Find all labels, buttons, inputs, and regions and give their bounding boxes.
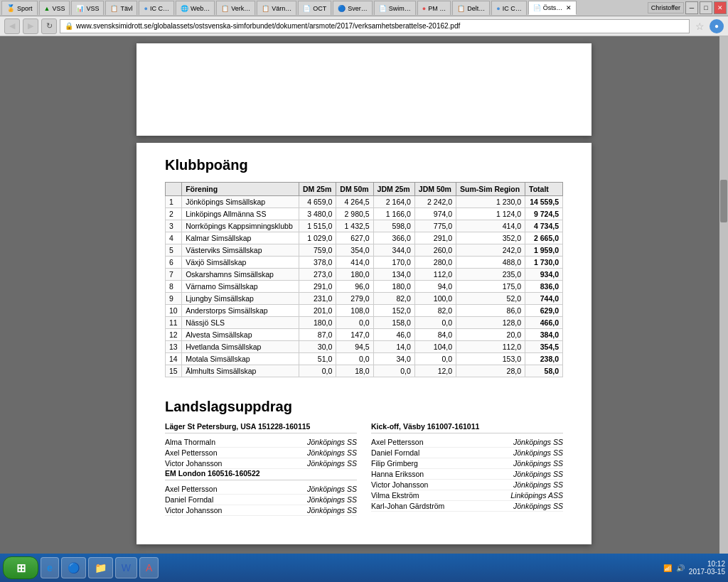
cell-jdm25: 152,0 [373,305,414,317]
list-item: Alma ThormalnJönköpings SS [165,437,357,448]
person-name: Axel Pettersson [371,438,513,446]
table-row: 13 Hvetlanda Simsällskap 30,0 94,5 14,0 … [166,341,563,353]
list-item: Axel PetterssonJönköpings SS [165,484,357,495]
cell-name: Hvetlanda Simsällskap [182,341,299,353]
cell-dm50: 279,0 [336,293,373,305]
cell-dm25: 201,0 [299,305,336,317]
cell-name: Älmhults Simsällskap [182,365,299,377]
tab-sport[interactable]: 🏅 Sport [1,1,38,15]
cell-dm50: 627,0 [336,232,373,244]
table-row: 6 Växjö Simsällskap 378,0 414,0 170,0 28… [166,257,563,269]
user-profile[interactable]: Christoffer [648,2,684,14]
pdf-viewer[interactable]: Klubbpoäng Förening DM 25m DM 50m JDM 25… [0,36,728,554]
tab-oct[interactable]: 📄 OCT [298,1,331,15]
taskbar-chrome[interactable]: 🔵 [61,557,86,578]
landslag-section-header: Kick-off, Väsby 161007-161011 [371,422,563,433]
tab-sver[interactable]: 🔵 Sver… [333,1,373,15]
list-item: Vilma EkströmLinköpings ASS [371,490,563,501]
cell-sumsim: 1 230,0 [456,196,525,208]
browser-tabs: 🏅 Sport ▲ VSS 📊 VSS 📋 Tävl ● IC C… 🌐 Web… [0,0,728,16]
cell-total: 354,5 [525,341,563,353]
tab-ic-cu[interactable]: ● IC C… [139,1,173,15]
tab-web[interactable]: 🌐 Web… [176,1,215,15]
forward-button[interactable]: ▶ [23,18,38,34]
taskbar-acrobat[interactable]: A [139,557,159,578]
cell-dm50: 18,0 [336,365,373,377]
back-button[interactable]: ◀ [4,18,20,34]
cell-dm25: 3 480,0 [299,208,336,220]
volume-icon: 🔊 [676,564,685,572]
club-name: Jönköpings SS [307,485,357,493]
cell-rank: 4 [166,232,182,244]
refresh-button[interactable]: ↻ [41,18,57,34]
landslag-title: Landslagsuppdrag [165,399,563,415]
taskbar-word[interactable]: W [115,557,137,578]
cell-sumsim: 20,0 [456,329,525,341]
tab-verk[interactable]: 📋 Verk… [216,1,255,15]
cell-rank: 9 [166,293,182,305]
tab-vss2[interactable]: 📊 VSS [71,1,104,15]
person-name: Karl-Johan Gärdström [371,502,513,510]
table-row: 4 Kalmar Simsällskap 1 029,0 627,0 366,0… [166,232,563,244]
cell-total: 58,0 [525,365,563,377]
start-button[interactable]: ⊞ [3,556,38,579]
person-name: Victor Johansson [165,459,307,468]
col-sumsim: Sum-Sim Region [456,183,525,196]
taskbar-ie[interactable]: e [41,557,59,578]
club-name: Linköpings ASS [510,491,563,500]
club-name: Jönköpings SS [513,448,563,457]
list-item: Victor JohanssonJönköpings SS [371,480,563,490]
club-name: Jönköpings SS [513,470,563,478]
cell-rank: 7 [166,269,182,281]
tab-osts[interactable]: 📄 Östs… ✕ [528,1,577,15]
cell-rank: 15 [166,365,182,377]
extension-icon[interactable]: ● [710,19,724,33]
pdf-page-content: Klubbpoäng Förening DM 25m DM 50m JDM 25… [136,143,592,544]
cell-total: 238,0 [525,353,563,365]
cell-dm25: 0,0 [299,365,336,377]
system-tray: 📶 🔊 10:12 2017-03-15 [663,560,725,576]
cell-jdm50: 775,0 [414,220,456,232]
cell-dm50: 108,0 [336,305,373,317]
tab-ic-c2[interactable]: ● IC C… [491,1,526,15]
maximize-button[interactable]: □ [700,1,712,14]
address-bar: ◀ ▶ ↻ 🔒 www.svensksimidrott.se/globalass… [0,16,728,36]
cell-jdm25: 14,0 [373,341,414,353]
cell-rank: 1 [166,196,182,208]
cell-total: 9 724,5 [525,208,563,220]
klubbpoang-table: Förening DM 25m DM 50m JDM 25m JDM 50m S… [165,182,563,377]
cell-jdm50: 260,0 [414,244,456,257]
cell-name: Nässjö SLS [182,317,299,329]
scrollbar-thumb[interactable] [720,180,727,222]
tab-varn[interactable]: 📋 Värn… [257,1,296,15]
taskbar-explorer[interactable]: 📁 [88,557,113,578]
cell-name: Linköpings Allmänna SS [182,208,299,220]
club-name: Jönköpings SS [513,459,563,468]
pdf-scrollbar[interactable] [719,36,728,554]
tab-tavl[interactable]: 📋 Tävl [105,1,137,15]
cell-jdm25: 598,0 [373,220,414,232]
cell-dm25: 4 659,0 [299,196,336,208]
bookmark-star-icon[interactable]: ☆ [692,19,707,33]
club-name: Jönköpings SS [513,502,563,510]
cell-sumsim: 488,0 [456,257,525,269]
cell-rank: 8 [166,281,182,293]
club-name: Jönköpings SS [307,459,357,468]
tab-vss1[interactable]: ▲ VSS [39,1,70,15]
cell-dm50: 354,0 [336,244,373,257]
cell-total: 466,0 [525,317,563,329]
minimize-button[interactable]: ─ [685,1,698,14]
cell-dm25: 378,0 [299,257,336,269]
club-name: Jönköpings SS [307,495,357,504]
tab-delt[interactable]: 📋 Delt… [452,1,490,15]
club-name: Jönköpings SS [307,506,357,514]
list-item: Axel PetterssonJönköpings SS [371,437,563,448]
close-tab-icon[interactable]: ✕ [566,4,572,11]
tab-pm[interactable]: ● PM … [417,1,451,15]
close-window-button[interactable]: ✕ [714,1,727,14]
url-field[interactable]: 🔒 www.svensksimidrott.se/globalassets/os… [60,19,690,33]
table-row: 10 Anderstorps Simsällskap 201,0 108,0 1… [166,305,563,317]
table-row: 11 Nässjö SLS 180,0 0,0 158,0 0,0 128,0 … [166,317,563,329]
tab-swim[interactable]: 📄 Swim… [374,1,416,15]
cell-dm50: 0,0 [336,317,373,329]
